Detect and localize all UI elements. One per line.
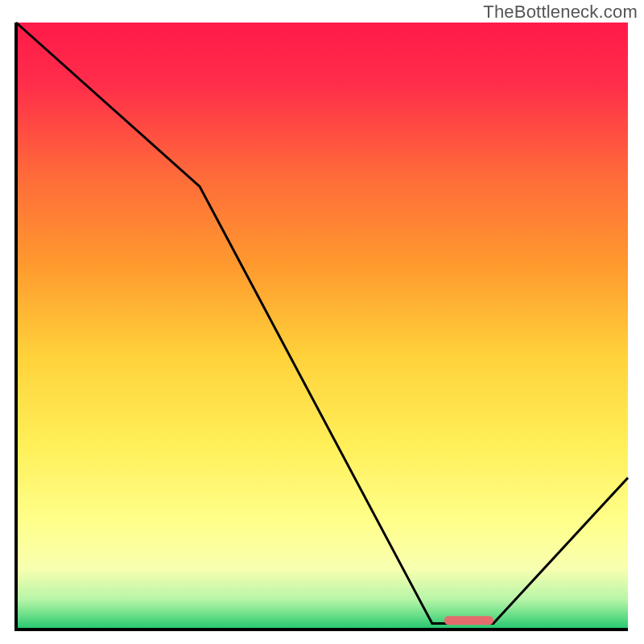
watermark-text: TheBottleneck.com — [483, 2, 638, 23]
plot-background — [16, 23, 628, 630]
bottleneck-chart — [0, 0, 644, 644]
optimal-marker — [444, 616, 493, 625]
